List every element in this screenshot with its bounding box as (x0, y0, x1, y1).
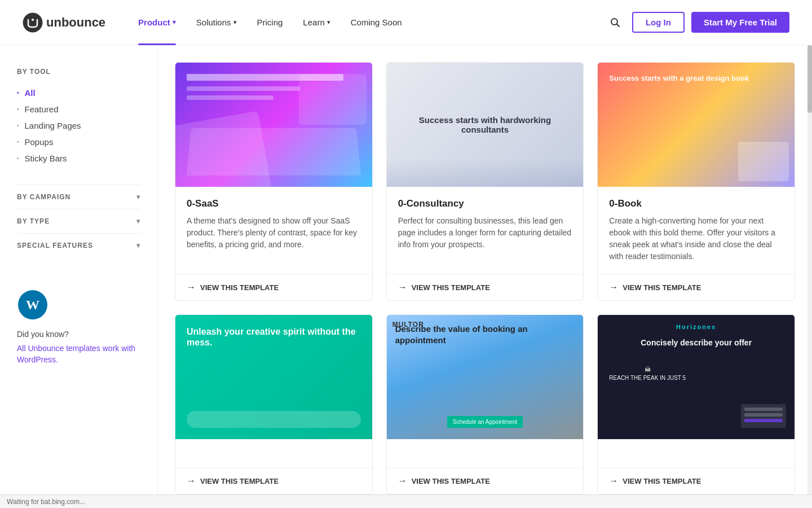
template-thumbnail-consultancy: Success starts with hardworking consulta… (387, 63, 584, 187)
by-type-title: BY TYPE (17, 217, 50, 225)
template-thumbnail-saas (175, 63, 372, 187)
special-features-title: SPECIAL FEATURES (17, 242, 93, 249)
template-body-green (175, 439, 372, 467)
filter-landing-pages[interactable]: Landing Pages (17, 117, 140, 134)
wordpress-icon: W (17, 289, 48, 321)
svg-point-1 (32, 19, 34, 21)
template-name-saas: 0-SaaS (187, 198, 361, 209)
search-icon (610, 17, 621, 28)
template-thumbnail-appointment: MULTOR Describe the value of booking an … (387, 315, 584, 439)
by-type-section[interactable]: BY TYPE ▾ (17, 209, 140, 233)
template-name-book: 0-Book (609, 198, 783, 209)
special-features-section[interactable]: SPECIAL FEATURES ▾ (17, 233, 140, 257)
scrollbar-track[interactable] (807, 45, 812, 508)
header: unbounce Product ▾ Solutions ▾ Pricing L… (0, 0, 812, 45)
login-button[interactable]: Log In (632, 12, 685, 33)
view-template-consultancy[interactable]: → VIEW THIS TEMPLATE (398, 282, 490, 292)
template-footer-consultancy: → VIEW THIS TEMPLATE (387, 274, 584, 300)
green-thumb-text: Unleash your creative spirit without the… (187, 326, 361, 348)
template-desc-saas: A theme that's designed to show off your… (187, 215, 361, 262)
arrow-icon: → (187, 282, 196, 292)
svg-text:W: W (26, 297, 39, 312)
content-area: 0-SaaS A theme that's designed to show o… (158, 45, 812, 508)
template-footer-book: → VIEW THIS TEMPLATE (598, 274, 795, 300)
dark-thumb-text: Concisely describe your offer (609, 338, 783, 348)
template-thumbnail-book: Success starts with a great design book (598, 63, 795, 187)
arrow-icon: → (398, 282, 407, 292)
header-actions: Log In Start My Free Trial (605, 12, 789, 33)
nav-pricing[interactable]: Pricing (247, 0, 293, 45)
tool-filter-list: All Featured Landing Pages Popups Sticky… (17, 85, 140, 167)
template-footer-dark: → VIEW THIS TEMPLATE (598, 467, 795, 494)
nav-coming-soon[interactable]: Coming Soon (341, 0, 412, 45)
status-bar: Waiting for bat.bing.com... (0, 494, 812, 508)
filter-all[interactable]: All (17, 85, 140, 101)
nav-learn[interactable]: Learn ▾ (293, 0, 340, 45)
solutions-chevron-icon: ▾ (233, 19, 237, 26)
template-card-green: Unleash your creative spirit without the… (175, 314, 373, 494)
book-thumb-text: Success starts with a great design book (609, 74, 749, 84)
sidebar: BY TOOL All Featured Landing Pages Popup… (0, 45, 158, 508)
template-card-appointment: MULTOR Describe the value of booking an … (386, 314, 584, 494)
learn-chevron-icon: ▾ (327, 19, 330, 26)
arrow-icon: → (609, 476, 618, 486)
wp-did-you-know-text: Did you know? (17, 330, 140, 339)
dark-brand-text: Horizones (676, 323, 716, 330)
product-chevron-icon: ▾ (173, 19, 176, 26)
main-nav: Product ▾ Solutions ▾ Pricing Learn ▾ Co… (128, 0, 605, 45)
status-text: Waiting for bat.bing.com... (7, 498, 85, 506)
nav-solutions[interactable]: Solutions ▾ (186, 0, 247, 45)
main-layout: BY TOOL All Featured Landing Pages Popup… (0, 45, 812, 508)
scrollbar-thumb[interactable] (807, 45, 812, 113)
type-chevron-icon: ▾ (136, 217, 140, 225)
template-footer-saas: → VIEW THIS TEMPLATE (175, 274, 372, 300)
wordpress-widget: W Did you know? All Unbounce templates w… (17, 275, 140, 365)
appointment-cta-btn: Schedule an Appointment (447, 416, 523, 428)
template-thumbnail-dark: Horizones Concisely describe your offer … (598, 315, 795, 439)
view-template-saas[interactable]: → VIEW THIS TEMPLATE (187, 282, 279, 292)
template-desc-consultancy: Perfect for consulting businesses, this … (398, 215, 572, 262)
unbounce-logo-icon (23, 12, 43, 33)
arrow-icon: → (187, 476, 196, 486)
template-body-dark (598, 439, 795, 467)
template-body-consultancy: 0-Consultancy Perfect for consulting bus… (387, 187, 584, 274)
appointment-thumb-text: Describe the value of booking an appoint… (395, 323, 550, 345)
nav-product[interactable]: Product ▾ (128, 0, 186, 45)
template-desc-book: Create a high-converting home for your n… (609, 215, 783, 262)
wp-templates-link[interactable]: All Unbounce templates work with WordPre… (17, 344, 135, 364)
logo[interactable]: unbounce (23, 12, 105, 33)
book-device-shape (738, 142, 789, 181)
template-body-book: 0-Book Create a high-converting home for… (598, 187, 795, 274)
search-button[interactable] (605, 12, 625, 33)
campaign-chevron-icon: ▾ (136, 193, 140, 201)
dark-form-shape (741, 404, 786, 428)
arrow-icon: → (609, 282, 618, 292)
arrow-icon: → (398, 476, 407, 486)
template-name-consultancy: 0-Consultancy (398, 198, 572, 209)
special-features-chevron-icon: ▾ (136, 242, 140, 249)
view-template-green[interactable]: → VIEW THIS TEMPLATE (187, 476, 279, 486)
template-body-saas: 0-SaaS A theme that's designed to show o… (175, 187, 372, 274)
template-body-appointment (387, 439, 584, 467)
template-card-saas: 0-SaaS A theme that's designed to show o… (175, 62, 373, 301)
template-card-consultancy: Success starts with hardworking consulta… (386, 62, 584, 301)
template-card-dark: Horizones Concisely describe your offer … (597, 314, 795, 494)
template-grid: 0-SaaS A theme that's designed to show o… (175, 62, 795, 494)
template-thumbnail-green: Unleash your creative spirit without the… (175, 315, 372, 439)
by-campaign-section[interactable]: BY CAMPAIGN ▾ (17, 185, 140, 209)
view-template-book[interactable]: → VIEW THIS TEMPLATE (609, 282, 701, 292)
template-footer-appointment: → VIEW THIS TEMPLATE (387, 467, 584, 494)
consultancy-thumb-text: Success starts with hardworking consulta… (407, 115, 564, 134)
filter-featured[interactable]: Featured (17, 101, 140, 117)
trial-button[interactable]: Start My Free Trial (691, 12, 789, 33)
by-campaign-title: BY CAMPAIGN (17, 193, 70, 201)
view-template-dark[interactable]: → VIEW THIS TEMPLATE (609, 476, 701, 486)
template-footer-green: → VIEW THIS TEMPLATE (175, 467, 372, 494)
svg-point-0 (23, 13, 42, 32)
template-card-book: Success starts with a great design book … (597, 62, 795, 301)
logo-text: unbounce (46, 15, 105, 30)
view-template-appointment[interactable]: → VIEW THIS TEMPLATE (398, 476, 490, 486)
by-tool-title: BY TOOL (17, 68, 140, 76)
filter-popups[interactable]: Popups (17, 134, 140, 150)
filter-sticky-bars[interactable]: Sticky Bars (17, 150, 140, 167)
